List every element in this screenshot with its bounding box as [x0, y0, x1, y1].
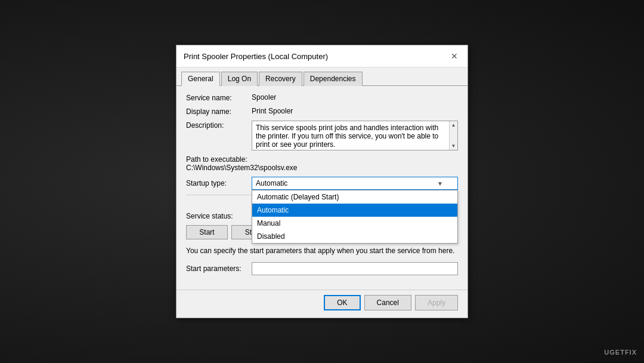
- tab-general[interactable]: General: [181, 72, 220, 86]
- dropdown-arrow-icon: ▼: [437, 180, 443, 187]
- display-name-value: Print Spooler: [252, 107, 293, 115]
- dropdown-selected-value: Automatic: [256, 179, 287, 187]
- scroll-down-icon[interactable]: ▼: [450, 142, 457, 150]
- dropdown-item-delayed[interactable]: Automatic (Delayed Start): [252, 190, 457, 204]
- start-params-row: Start parameters:: [186, 262, 458, 275]
- dropdown-item-manual[interactable]: Manual: [252, 217, 457, 230]
- close-button[interactable]: ✕: [448, 50, 460, 62]
- tab-dependencies[interactable]: Dependencies: [304, 72, 363, 86]
- apply-button[interactable]: Apply: [415, 295, 458, 310]
- startup-type-row: Startup type: Automatic ▼ Automatic (Del…: [186, 177, 458, 190]
- dropdown-menu: Automatic (Delayed Start) Automatic Manu…: [252, 190, 458, 244]
- window-title: Print Spooler Properties (Local Computer…: [184, 52, 328, 61]
- watermark: UGETFIX: [604, 349, 637, 356]
- service-name-value: Spooler: [252, 93, 276, 101]
- display-name-label: Display name:: [186, 107, 252, 116]
- start-params-label: Start parameters:: [186, 264, 252, 273]
- ok-button[interactable]: OK: [324, 295, 360, 310]
- service-status-label: Service status:: [186, 212, 252, 220]
- description-label: Description:: [186, 121, 252, 130]
- tab-recovery[interactable]: Recovery: [259, 72, 302, 86]
- main-content: Service name: Spooler Display name: Prin…: [177, 86, 467, 290]
- title-bar: Print Spooler Properties (Local Computer…: [177, 45, 467, 67]
- path-value: C:\Windows\System32\spoolsv.exe: [186, 164, 458, 172]
- description-paragraph: You can specify the start parameters tha…: [186, 245, 458, 256]
- path-section: Path to executable: C:\Windows\System32\…: [186, 155, 458, 172]
- startup-type-dropdown[interactable]: Automatic ▼: [252, 177, 458, 190]
- description-row: Description: This service spools print j…: [186, 121, 458, 150]
- dialog-window: Print Spooler Properties (Local Computer…: [176, 45, 468, 318]
- start-button[interactable]: Start: [186, 225, 228, 239]
- service-name-row: Service name: Spooler: [186, 93, 458, 102]
- startup-type-dropdown-container: Automatic ▼ Automatic (Delayed Start) Au…: [252, 177, 458, 190]
- description-box: This service spools print jobs and handl…: [252, 121, 458, 150]
- description-text: This service spools print jobs and handl…: [256, 124, 438, 149]
- tab-logon[interactable]: Log On: [221, 72, 258, 86]
- bottom-buttons-bar: OK Cancel Apply: [177, 290, 467, 318]
- cancel-button[interactable]: Cancel: [364, 295, 411, 310]
- tab-bar: General Log On Recovery Dependencies: [177, 67, 467, 86]
- start-params-input[interactable]: [252, 262, 458, 275]
- display-name-row: Display name: Print Spooler: [186, 107, 458, 116]
- startup-type-label: Startup type:: [186, 179, 252, 187]
- scroll-up-icon[interactable]: ▲: [450, 121, 457, 129]
- path-label: Path to executable:: [186, 155, 458, 164]
- service-name-label: Service name:: [186, 93, 252, 102]
- dropdown-item-disabled[interactable]: Disabled: [252, 230, 457, 243]
- dropdown-item-automatic[interactable]: Automatic: [252, 204, 457, 217]
- description-scrollbar[interactable]: ▲ ▼: [449, 121, 457, 150]
